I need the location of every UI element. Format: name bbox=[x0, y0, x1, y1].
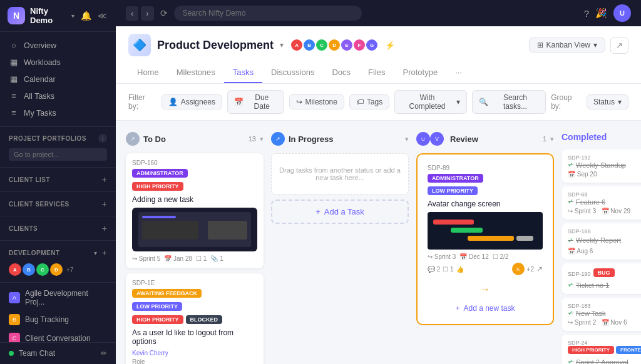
assignees-label: Assignees bbox=[181, 98, 215, 106]
review-arrow-icon: → bbox=[480, 284, 490, 295]
online-status-dot bbox=[9, 351, 14, 356]
gantt-bar-2 bbox=[451, 228, 483, 233]
celebration-button[interactable]: 🎉 bbox=[595, 8, 607, 19]
completed-card-3[interactable]: SDP-188 ✓ Weekly Report U 📅 Aug 6 bbox=[562, 223, 641, 260]
tab-home[interactable]: Home bbox=[128, 63, 168, 83]
project-search-input[interactable] bbox=[9, 148, 107, 161]
collaborate-icon[interactable]: ⚡ bbox=[385, 41, 395, 50]
back-button[interactable]: ‹ bbox=[126, 6, 138, 21]
tags-label: Tags bbox=[367, 98, 382, 106]
development-header[interactable]: DEVELOPMENT ▾ + bbox=[0, 245, 116, 261]
history-button[interactable]: ⟳ bbox=[160, 8, 168, 18]
user-avatar[interactable]: U bbox=[613, 4, 631, 22]
search-tasks-button[interactable]: 🔍 Search tasks... bbox=[472, 90, 546, 114]
completed-card-id: SDP-68 bbox=[568, 191, 641, 198]
tab-more[interactable]: ··· bbox=[446, 63, 471, 83]
portfolios-info-icon: i bbox=[98, 134, 107, 143]
in-progress-add-task-button[interactable]: + Add a Task bbox=[271, 200, 409, 224]
help-button[interactable]: ? bbox=[584, 8, 589, 19]
completed-task-title: ✓ Ticket no 1 bbox=[568, 281, 641, 289]
assignees-filter-button[interactable]: 👤 Assignees bbox=[162, 94, 222, 109]
review-add-task-button[interactable]: + Add a new task bbox=[423, 298, 548, 319]
sidebar-item-workloads[interactable]: ▦ Workloads bbox=[0, 54, 116, 71]
toolbar-right: Group by: Status ▾ bbox=[551, 93, 628, 111]
tab-prototype[interactable]: Prototype bbox=[394, 63, 447, 83]
tab-milestones[interactable]: Milestones bbox=[168, 63, 224, 83]
project-item-bug-tracking[interactable]: B Bug Tracking bbox=[0, 310, 116, 329]
todo-chevron-icon[interactable]: ▾ bbox=[260, 135, 264, 143]
sidebar-item-label: Overview bbox=[24, 41, 56, 50]
review-action-button[interactable]: ↗ bbox=[536, 265, 543, 273]
clients-header[interactable]: CLIENTS + bbox=[0, 220, 116, 236]
client-list-header[interactable]: CLIENT LisT + bbox=[0, 171, 116, 188]
milestone-filter-button[interactable]: ↪ Milestone bbox=[289, 94, 344, 109]
in-progress-column-header: ↗ In Progress ▾ bbox=[271, 129, 409, 148]
completed-task-title: ✓ Feature 6 bbox=[568, 198, 641, 206]
card-title: As a user Id like to logout from options bbox=[132, 328, 257, 346]
card-id: SDP-89 bbox=[428, 164, 543, 171]
project-name-chevron-icon[interactable]: ▾ bbox=[280, 41, 284, 49]
completed-card-6[interactable]: SDP-24 HIGH PRIORITY FRONTEND ✓ Sprint 2… bbox=[562, 335, 641, 364]
member-avatar-5: E bbox=[340, 38, 354, 52]
todo-card-1[interactable]: SDP-160 ADMINISTRATOR HIGH PRIORITY Addi… bbox=[126, 153, 264, 268]
completed-card-id: SDP-183 bbox=[568, 303, 641, 309]
app-chevron-icon: ▾ bbox=[71, 13, 74, 19]
client-services-add-icon[interactable]: + bbox=[102, 199, 107, 209]
add-task-label: Add a Task bbox=[324, 207, 364, 216]
sidebar-item-calendar[interactable]: ▦ Calendar bbox=[0, 71, 116, 88]
clients-add-icon[interactable]: + bbox=[102, 223, 107, 233]
notification-icon[interactable]: 🔔 bbox=[79, 9, 93, 22]
topbar-search-input[interactable] bbox=[174, 6, 362, 21]
completed-card-5[interactable]: SDP-183 ✓ New Task ↪ Sprint 2 📅 Nov 6 bbox=[562, 298, 641, 331]
client-services-header[interactable]: CLIENT servIces + bbox=[0, 196, 116, 212]
sidebar-item-label: Calendar bbox=[24, 75, 56, 84]
collapse-sidebar-icon[interactable]: ≪ bbox=[96, 9, 108, 22]
chat-edit-icon[interactable]: ✏ bbox=[101, 349, 107, 358]
my-tasks-icon: ≡ bbox=[9, 108, 19, 118]
project-item-label: Bug Tracking bbox=[25, 315, 69, 324]
development-add-icon[interactable]: + bbox=[102, 248, 107, 258]
tab-tasks[interactable]: Tasks bbox=[224, 63, 262, 83]
todo-card-2[interactable]: SDP-1E AWAITING FEEDBACK LOW PRIORITY HI… bbox=[126, 273, 264, 364]
member-avatar-3: C bbox=[315, 38, 329, 52]
completed-card-2[interactable]: SDP-68 ✓ Feature 6 ↪ Sprint 3 📅 Nov 29 bbox=[562, 186, 641, 220]
tab-discussions[interactable]: Discussions bbox=[262, 63, 323, 83]
sidebar: N Nifty Demo ▾ 🔔 ≪ ○ Overview ▦ Workload… bbox=[0, 0, 116, 364]
project-tabs: Home Milestones Tasks Discussions Docs F… bbox=[128, 63, 628, 83]
review-chevron-icon[interactable]: ▾ bbox=[550, 135, 554, 143]
forward-button[interactable]: › bbox=[141, 6, 153, 21]
card-meta: ↪ Sprint 5 📅 Jan 28 ☐ 1 📎 1 bbox=[132, 255, 257, 262]
completed-card-4[interactable]: SDP-190 BUG ✓ Ticket no 1 bbox=[562, 263, 641, 294]
todo-column-header: ↗ To Do 13 ▾ bbox=[126, 129, 264, 148]
completed-sprint: ↪ Sprint 3 📅 Nov 29 bbox=[568, 208, 641, 215]
milestone-label: Milestone bbox=[305, 98, 337, 106]
completed-card-1[interactable]: SDP-192 ✓ Weekly Standup 📅 Sep 20 bbox=[562, 149, 641, 183]
share-button[interactable]: ↗ bbox=[610, 37, 628, 54]
member-avatar-6: F bbox=[352, 38, 366, 52]
project-item-agile[interactable]: A Agile Development Proj... bbox=[0, 285, 116, 310]
client-list-add-icon[interactable]: + bbox=[102, 174, 107, 185]
project-item-label: Client Conversation bbox=[25, 334, 91, 342]
project-name: Product Development bbox=[157, 39, 274, 52]
due-date-filter-button[interactable]: 📅 Due Date bbox=[227, 90, 284, 114]
project-portfolios-header[interactable]: PROJECT PORTFOLIOS i bbox=[0, 131, 116, 146]
project-item-client-conv[interactable]: C Client Conversation bbox=[0, 329, 116, 342]
with-completed-button[interactable]: With Completed ▾ bbox=[394, 90, 466, 114]
client-services-section: CLIENT servIces + bbox=[0, 192, 116, 216]
search-tasks-label: Search tasks... bbox=[491, 93, 539, 111]
sidebar-item-my-tasks[interactable]: ≡ My Tasks bbox=[0, 104, 116, 121]
member-avatar-7: G bbox=[365, 38, 379, 52]
review-card[interactable]: SDP-89 ADMINISTRATOR LOW PRIORITY Avatar… bbox=[423, 159, 548, 280]
completed-task-title: ✓ Weekly Standup bbox=[568, 161, 641, 169]
main-content: ‹ › ⟳ ? 🎉 U 🔷 Product Development ▾ A B … bbox=[116, 0, 641, 364]
tags-filter-button[interactable]: 🏷 Tags bbox=[349, 94, 389, 109]
group-by-status-button[interactable]: Status ▾ bbox=[587, 94, 628, 109]
sidebar-item-all-tasks[interactable]: ≡ All Tasks bbox=[0, 88, 116, 104]
tab-files[interactable]: Files bbox=[359, 63, 394, 83]
tab-docs[interactable]: Docs bbox=[323, 63, 359, 83]
team-chat[interactable]: Team Chat ✏ bbox=[0, 342, 116, 364]
in-progress-chevron-icon[interactable]: ▾ bbox=[405, 135, 409, 143]
sidebar-item-overview[interactable]: ○ Overview bbox=[0, 37, 116, 54]
kanban-view-button[interactable]: ⊞ Kanban View ▾ bbox=[529, 38, 606, 53]
completed-card-id: SDP-192 bbox=[568, 154, 641, 161]
